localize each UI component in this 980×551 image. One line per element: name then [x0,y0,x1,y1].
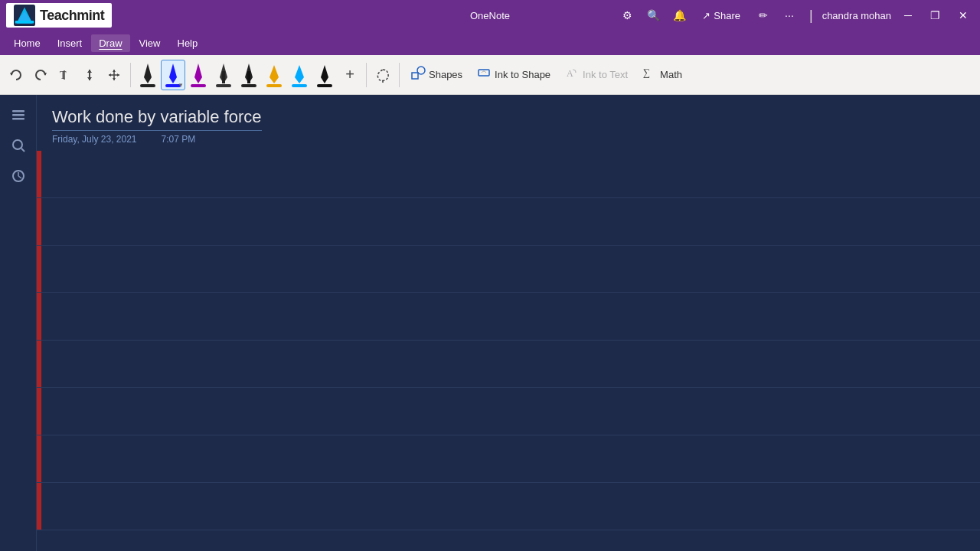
menu-draw[interactable]: Draw [91,34,129,52]
pen-dark1[interactable] [211,60,236,90]
pen-shape-dark2 [244,64,253,83]
logo-text: Teachmint [40,8,104,24]
note-meta: Friday, July 23, 2021 7:07 PM [52,134,965,145]
svg-rect-33 [12,110,24,112]
separator-1 [130,63,131,87]
sidebar-nav-icon[interactable] [5,101,32,129]
add-pen-button[interactable]: + [338,61,361,89]
teachmint-logo-icon [14,5,35,26]
pen-yellow-highlight[interactable] [262,60,286,90]
note-area: Work done by variable force Friday, July… [37,95,980,145]
redo-button[interactable] [29,61,52,89]
svg-text:T: T [60,70,67,81]
add-pen-icon: + [345,66,354,83]
minimize-button[interactable]: ─ [897,5,919,26]
ink-to-text-button[interactable]: A Ink to Text [558,60,634,90]
svg-rect-3 [15,21,34,24]
svg-line-37 [21,148,24,152]
pen-tools-group: ▼ [136,60,337,90]
settings-icon[interactable]: ⚙ [616,5,638,26]
svg-marker-21 [222,71,225,83]
pen-tip-dark1 [218,63,229,84]
svg-point-36 [13,140,22,149]
pen-color-dark2 [241,84,256,87]
shapes-button[interactable]: Shapes [404,60,469,90]
math-button[interactable]: ∑ Math [635,60,688,90]
pen-shape-blue [168,64,178,83]
note-content-area[interactable]: Work done by variable force Friday, July… [37,95,980,551]
add-space-button[interactable] [78,61,101,89]
note-line [37,151,980,198]
ink-to-shape-button[interactable]: Ink to Shape [470,60,557,90]
svg-marker-24 [270,65,279,83]
pen-cyan-highlight[interactable] [287,60,312,90]
search-svg [11,138,26,153]
note-line [37,435,980,483]
close-button[interactable]: ✕ [952,5,974,26]
lasso-select-button[interactable] [371,61,394,89]
svg-marker-25 [295,65,304,83]
svg-marker-17 [144,64,152,83]
pen-color-cyan [292,84,307,87]
menubar: Home Insert Draw View Help [0,31,980,55]
pen-shape-cyan [294,64,305,83]
menu-insert[interactable]: Insert [50,34,90,52]
math-svg: ∑ [642,65,657,80]
add-space-icon [83,68,96,82]
pen-shape-purple [194,64,203,83]
pen-shape-yellow [269,64,279,83]
undo-button[interactable] [5,61,28,89]
svg-rect-34 [12,114,24,116]
menu-help[interactable]: Help [170,34,206,52]
pen-tool-icon[interactable]: ✏ [753,5,774,26]
pen-color-dark1 [216,84,231,87]
pen-purple[interactable] [186,60,211,90]
nav-lines-icon [11,107,26,122]
pen-tip-yellow [269,63,279,84]
more-options-icon[interactable]: ··· [779,5,800,26]
sidebar-history-icon[interactable] [5,162,32,190]
notifications-icon[interactable]: 🔔 [668,5,690,26]
ink-to-text-icon: A [564,65,580,84]
note-line [37,246,980,293]
sidebar [0,95,37,551]
ink-to-text-svg: A [564,65,580,80]
menu-home[interactable]: Home [6,34,48,52]
move-button[interactable] [103,61,126,89]
svg-text:A: A [567,68,573,79]
svg-rect-30 [479,70,489,76]
line-margin [37,483,41,530]
shapes-label: Shapes [429,69,462,80]
sidebar-search-icon[interactable] [5,132,32,159]
ink-to-shape-icon [476,65,492,84]
pen-dropdown-arrow: ▼ [178,82,184,89]
svg-marker-13 [113,70,116,72]
svg-marker-18 [169,64,177,83]
share-button[interactable]: ↗ Share [694,7,748,24]
pen-tip-blue [168,63,178,84]
menu-view[interactable]: View [132,34,168,52]
note-line [37,341,980,388]
search-header-icon[interactable]: 🔍 [642,5,664,26]
history-svg [11,168,26,184]
svg-marker-4 [10,73,13,76]
svg-rect-28 [412,73,418,79]
line-margin [37,151,41,197]
svg-marker-10 [87,77,92,80]
svg-marker-16 [117,73,119,77]
pen-blue[interactable]: ▼ [161,60,185,90]
pen-black[interactable] [136,60,160,90]
pen-dark2[interactable] [237,60,261,90]
svg-marker-23 [247,71,250,83]
type-tool-button[interactable]: T [54,61,77,89]
pen-color-black2 [317,84,332,87]
share-label: Share [714,10,740,21]
pen-black2[interactable] [312,60,337,90]
titlebar: Teachmint OneNote ⚙ 🔍 🔔 ↗ Share ✏ ··· | … [0,0,980,31]
svg-marker-5 [44,73,47,76]
maximize-button[interactable]: ❐ [925,5,946,26]
pen-shape-black2 [320,64,329,83]
pen-tip-purple [193,63,204,84]
separator-3 [399,63,400,87]
note-line [37,293,980,341]
